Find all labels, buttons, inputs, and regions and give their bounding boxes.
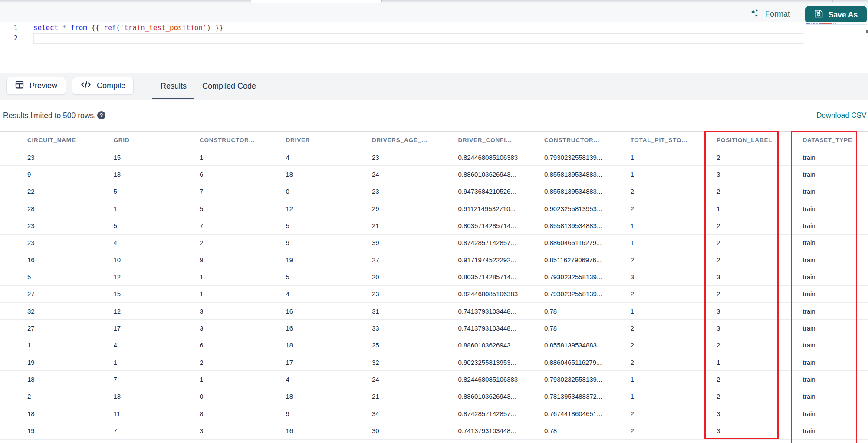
table-cell: 1 — [114, 205, 200, 212]
table-cell: 0.7930232558139... — [544, 154, 631, 161]
code-token: * — [62, 23, 67, 32]
table-cell: 3 — [200, 427, 286, 434]
minimap-viewport-band — [806, 24, 867, 26]
table-cell: 6 — [200, 341, 286, 349]
line-number-2: 2 — [0, 33, 18, 43]
code-token: from — [71, 23, 87, 32]
download-csv-link[interactable]: Download CSV — [816, 111, 866, 120]
code-token: 'train_test_position' — [120, 23, 207, 32]
table-cell: 23 — [27, 222, 114, 229]
table-cell: 1 — [631, 307, 717, 315]
table-cell: 0.8742857142857... — [458, 239, 545, 246]
table-cell: 4 — [114, 239, 200, 246]
table-cell: 23 — [27, 239, 114, 246]
table-cell: 1 — [200, 273, 286, 281]
table-cell: 0.7930232558139... — [544, 290, 631, 298]
format-button[interactable]: Format — [749, 6, 790, 22]
table-cell: 0.7413793103448... — [458, 307, 545, 315]
code-token: {{ — [87, 23, 104, 32]
table-cell: 15 — [114, 154, 200, 161]
table-cell: 5 — [114, 222, 200, 229]
table-cell: 39 — [372, 239, 458, 246]
table-cell: 0 — [200, 393, 286, 400]
editor-minimap[interactable] — [805, 22, 867, 73]
results-info-bar: Results limited to 500 rows. ? Download … — [0, 101, 868, 131]
table-cell: 19 — [27, 427, 114, 434]
overview-ruler-mark — [866, 30, 868, 33]
table-cell: 19 — [286, 256, 372, 264]
table-cell: 17 — [286, 359, 372, 366]
code-line-1[interactable]: select * from {{ ref('train_test_positio… — [33, 23, 224, 33]
table-cell: 7 — [114, 427, 200, 434]
table-cell: 2 — [200, 239, 286, 246]
tab-separator — [832, 0, 833, 2]
sparkles-icon — [749, 8, 760, 20]
tab-results[interactable]: Results — [161, 82, 187, 91]
column-header: DRIVERS_AGE_... — [372, 137, 458, 143]
compile-label: Compile — [97, 81, 125, 90]
tab-separator — [381, 0, 382, 2]
table-cell: 11 — [114, 410, 200, 417]
table-cell: 12 — [114, 273, 200, 281]
code-icon — [80, 80, 92, 92]
editor-toolbar: Format Save As — [0, 3, 868, 22]
code-token: ( — [116, 23, 120, 32]
table-cell: 1 — [200, 376, 286, 383]
table-cell: 7 — [114, 376, 200, 383]
table-cell: 34 — [372, 410, 458, 417]
table-cell: 16 — [27, 256, 114, 264]
table-cell: 0.7413793103448... — [458, 324, 545, 332]
code-token: ref — [104, 23, 116, 32]
table-cell: 0.78 — [544, 427, 631, 434]
table-cell: 23 — [372, 290, 458, 298]
table-cell: 0.8558139534883... — [544, 188, 631, 195]
table-cell: 0.824468085106383 — [458, 376, 545, 383]
active-file-tab[interactable] — [251, 0, 381, 3]
table-cell: 1 — [631, 239, 717, 246]
table-cell: 6 — [200, 171, 286, 178]
table-cell: 18 — [286, 393, 372, 400]
table-cell: 4 — [286, 376, 372, 383]
results-action-strip: Preview Compile Results Compiled Code — [0, 73, 868, 100]
table-cell: 5 — [286, 222, 372, 229]
table-cell: 1 — [631, 154, 717, 161]
table-cell: 5 — [27, 273, 114, 281]
column-header: GRID — [114, 137, 200, 143]
sql-editor[interactable]: 1 2 select * from {{ ref('train_test_pos… — [0, 22, 868, 73]
help-icon[interactable]: ? — [97, 111, 105, 119]
table-cell: 0.7413793103448... — [458, 427, 545, 434]
table-cell: 27 — [27, 324, 114, 332]
table-cell: 10 — [114, 256, 200, 264]
active-tab-underline — [152, 98, 194, 99]
table-cell: 5 — [200, 205, 286, 212]
table-cell: 4 — [114, 341, 200, 349]
format-label: Format — [765, 10, 790, 19]
preview-button[interactable]: Preview — [6, 77, 66, 95]
table-cell: 13 — [114, 393, 200, 400]
current-line-highlight — [33, 33, 804, 44]
table-cell: 29 — [372, 205, 458, 212]
table-cell: 23 — [27, 154, 114, 161]
table-cell: 18 — [286, 341, 372, 349]
table-cell: 0.9023255813953... — [458, 359, 545, 366]
table-cell: 18 — [27, 410, 114, 417]
column-header: CONSTRUCTOR... — [544, 137, 631, 143]
column-header: DRIVER_CONFI... — [458, 137, 545, 143]
table-cell: 12 — [286, 205, 372, 212]
table-cell: 0.8511627906976... — [544, 256, 631, 264]
table-cell: 0.8035714285714... — [458, 222, 545, 229]
strip-divider — [142, 73, 142, 100]
table-cell: 2 — [27, 393, 114, 400]
table-cell: 9 — [27, 171, 114, 178]
column-header: CONSTRUCTOR... — [200, 137, 286, 143]
compile-button[interactable]: Compile — [72, 77, 134, 95]
tab-compiled-code[interactable]: Compiled Code — [202, 82, 256, 91]
save-as-button[interactable]: Save As — [805, 6, 867, 24]
table-cell: 0.8860103626943... — [458, 171, 545, 178]
table-cell: 1 — [631, 222, 717, 229]
table-cell: 16 — [286, 307, 372, 315]
column-header: CIRCUIT_NAME — [27, 137, 114, 143]
table-cell: 21 — [372, 222, 458, 229]
table-cell: 19 — [27, 359, 114, 366]
results-limit-text: Results limited to 500 rows. — [3, 111, 96, 120]
